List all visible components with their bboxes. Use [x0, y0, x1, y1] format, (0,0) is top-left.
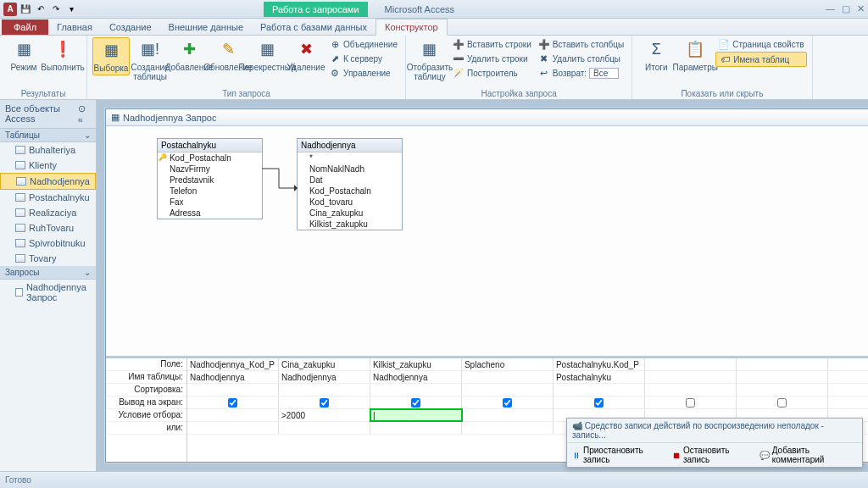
propsheet-button[interactable]: 📄Страница свойств	[715, 37, 806, 51]
field-item[interactable]: NazvFirmy	[158, 164, 262, 175]
grid-cell[interactable]	[828, 384, 868, 396]
grid-cell[interactable]	[370, 422, 462, 434]
tab-design[interactable]: Конструктор	[376, 19, 448, 36]
save-icon[interactable]: 💾	[19, 3, 32, 16]
grid-cell[interactable]	[828, 371, 868, 383]
field-item[interactable]: Kod_Postachaln	[158, 152, 262, 164]
maximize-icon[interactable]: ▢	[842, 3, 850, 14]
grid-cell[interactable]	[370, 396, 462, 408]
chevron-down-icon[interactable]: ⊙ «	[78, 103, 91, 125]
insert-rows-button[interactable]: ➕Вставить строки	[450, 37, 534, 51]
grid-cell[interactable]	[737, 371, 828, 383]
tablenames-button[interactable]: 🏷Имена таблиц	[715, 52, 806, 67]
grid-cell[interactable]	[462, 384, 554, 396]
query-designer[interactable]: Postachalnyku Kod_PostachalnNazvFirmyPre…	[106, 126, 868, 358]
nav-table-ruhtovaru[interactable]: RuhTovaru	[0, 220, 96, 236]
show-table-button[interactable]: ▦Отобразить таблицу	[411, 37, 448, 83]
qat-dropdown-icon[interactable]: ▾	[64, 3, 78, 16]
delete-cols-button[interactable]: ✖Удалить столбцы	[536, 52, 626, 65]
grid-cell[interactable]: Cina_zakupku	[279, 358, 370, 370]
grid-cell[interactable]	[187, 384, 279, 396]
union-button[interactable]: ⊕Объединение	[326, 37, 400, 51]
passthrough-button[interactable]: ⬈К серверу	[326, 52, 400, 65]
grid-cell[interactable]	[554, 384, 645, 396]
view-button[interactable]: ▦Режим	[5, 37, 42, 74]
field-item[interactable]: Kilkist_zakupku	[298, 219, 402, 230]
grid-cell[interactable]: Nadhodjennya	[279, 371, 370, 383]
field-item[interactable]: Kod_Postachaln	[298, 186, 402, 197]
query-title-bar[interactable]: ▦Nadhodjennya Запрос —▢✕	[106, 109, 868, 126]
grid-cell[interactable]	[187, 422, 279, 434]
delete-rows-button[interactable]: ➖Удалить строки	[450, 52, 534, 65]
grid-cell[interactable]	[828, 396, 868, 408]
totals-button[interactable]: ΣИтоги	[637, 37, 675, 74]
grid-cell[interactable]: Splacheno	[462, 358, 554, 370]
grid-cell[interactable]: >2000	[279, 409, 370, 421]
grid-cell[interactable]	[370, 384, 462, 396]
grid-cell[interactable]: Nadhodjennya	[187, 371, 279, 383]
nav-table-realizaciya[interactable]: Realizaciya	[0, 205, 96, 220]
grid-cell[interactable]	[645, 384, 737, 396]
field-item[interactable]: Kod_tovaru	[298, 197, 402, 208]
minimize-icon[interactable]: —	[826, 3, 835, 14]
grid-cell[interactable]: Kilkist_zakupku	[370, 358, 462, 370]
table-nadhodjennya[interactable]: Nadhodjennya *NomNaklNadhDatKod_Postacha…	[297, 138, 403, 230]
datadef-button[interactable]: ⚙Управление	[326, 66, 400, 80]
tab-dbtools[interactable]: Работа с базами данных	[252, 19, 376, 35]
pause-button[interactable]: ⏸Приостановить запись	[572, 446, 665, 464]
nav-table-klienty[interactable]: Klienty	[0, 158, 96, 173]
nav-table-tovary[interactable]: Tovary	[0, 251, 96, 266]
nav-query-item[interactable]: Nadhodjennya Запрос	[0, 280, 96, 305]
insert-cols-button[interactable]: ➕Вставить столбцы	[536, 37, 626, 51]
nav-table-postachalnyku[interactable]: Postachalnyku	[0, 190, 96, 205]
grid-cell[interactable]	[737, 384, 828, 396]
maketable-button[interactable]: ▦!Создание таблицы	[131, 37, 169, 83]
select-query-button[interactable]: ▦Выборка	[92, 37, 130, 75]
grid-cell[interactable]	[279, 384, 370, 396]
grid-cell[interactable]	[828, 358, 868, 370]
close-icon[interactable]: ✕	[857, 3, 865, 14]
field-item[interactable]: Adressa	[158, 208, 262, 219]
field-item[interactable]: Dat	[298, 175, 402, 186]
redo-icon[interactable]: ↷	[49, 3, 63, 16]
grid-cell[interactable]	[645, 396, 737, 408]
grid-cell[interactable]	[279, 396, 370, 408]
grid-cell[interactable]	[462, 422, 554, 434]
undo-icon[interactable]: ↶	[34, 3, 47, 16]
grid-cell[interactable]	[279, 422, 370, 434]
nav-table-buhalteriya[interactable]: Buhalteriya	[0, 142, 96, 158]
nav-table-nadhodjennya[interactable]: Nadhodjennya	[0, 173, 96, 190]
grid-cell[interactable]	[462, 396, 554, 408]
append-button[interactable]: ✚Добавление	[170, 37, 208, 74]
grid-cell[interactable]	[187, 396, 279, 408]
file-tab[interactable]: Файл	[2, 19, 48, 35]
grid-cell[interactable]: Postachalnyku.Kod_P	[554, 358, 645, 370]
grid-cell[interactable]: Postachalnyku	[554, 371, 645, 383]
field-item[interactable]: Predstavnik	[158, 175, 262, 186]
return-combo[interactable]: ↩Возврат: Все	[536, 66, 626, 80]
grid-cell[interactable]: Nadhodjennya_Kod_P	[187, 358, 279, 370]
tab-create[interactable]: Создание	[101, 19, 160, 35]
nav-section-queries[interactable]: Запросы⌄	[0, 266, 96, 280]
grid-cell[interactable]	[645, 358, 737, 370]
tab-external[interactable]: Внешние данные	[160, 19, 252, 35]
field-item[interactable]: Telefon	[158, 186, 262, 197]
grid-cell[interactable]: |	[370, 409, 462, 421]
field-item[interactable]: *	[298, 152, 402, 164]
grid-cell[interactable]	[462, 409, 554, 421]
field-item[interactable]: Fax	[158, 197, 262, 208]
run-button[interactable]: ❗Выполнить	[44, 37, 81, 74]
grid-cell[interactable]	[645, 371, 737, 383]
stop-button[interactable]: ⏹Остановить запись	[672, 446, 753, 464]
nav-table-spivrobitnuku[interactable]: Spivrobitnuku	[0, 236, 96, 251]
builder-button[interactable]: 🪄Построитель	[450, 66, 534, 80]
nav-section-tables[interactable]: Таблицы⌄	[0, 129, 96, 142]
comment-button[interactable]: 💬Добавить комментарий	[760, 446, 857, 464]
delete-query-button[interactable]: ✖Удаление	[287, 37, 325, 74]
grid-cell[interactable]	[737, 396, 828, 408]
crosstab-button[interactable]: ▦Перекрестный	[248, 37, 286, 74]
grid-cell[interactable]	[737, 358, 828, 370]
recorder-notification[interactable]: 📹 Средство записи действий по воспроизве…	[566, 418, 863, 468]
grid-cell[interactable]	[554, 396, 645, 408]
table-postachalnyku[interactable]: Postachalnyku Kod_PostachalnNazvFirmyPre…	[157, 138, 263, 219]
